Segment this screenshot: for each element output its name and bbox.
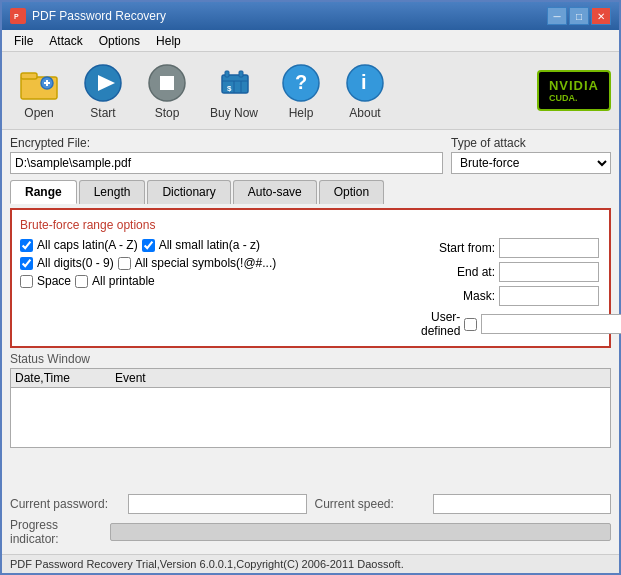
cb-digits[interactable] (20, 257, 33, 270)
encrypted-file-input[interactable] (10, 152, 443, 174)
mask-label: Mask: (421, 289, 495, 303)
password-row: Current password: Current speed: (10, 494, 611, 514)
open-icon (18, 62, 60, 104)
cb-row-2: All digits(0 - 9) All special symbols(!@… (20, 256, 405, 270)
menu-help[interactable]: Help (148, 32, 189, 50)
cuda-sub: CUDA. (549, 93, 599, 103)
current-password-value (128, 494, 307, 514)
maximize-button[interactable]: □ (569, 7, 589, 25)
menu-bar: File Attack Options Help (2, 30, 619, 52)
tab-content-range: Brute-force range options All caps latin… (10, 208, 611, 348)
svg-rect-10 (160, 76, 174, 90)
file-left: Encrypted File: (10, 136, 443, 174)
about-icon: i (344, 62, 386, 104)
help-button[interactable]: ? Help (272, 58, 330, 124)
cuda-nvidia: NVIDIA (549, 78, 599, 93)
about-button[interactable]: i About (336, 58, 394, 124)
start-label: Start (90, 106, 115, 120)
user-defined-label: User-defined (421, 310, 460, 338)
stop-icon (146, 62, 188, 104)
help-label: Help (289, 106, 314, 120)
minimize-button[interactable]: ─ (547, 7, 567, 25)
cb-small-latin[interactable] (142, 239, 155, 252)
col-datetime: Date,Time (15, 371, 115, 385)
cb-space[interactable] (20, 275, 33, 288)
svg-rect-3 (21, 73, 37, 79)
svg-text:$: $ (227, 84, 232, 93)
footer: PDF Password Recovery Trial,Version 6.0.… (2, 554, 619, 573)
mask-input[interactable] (499, 286, 599, 306)
status-table: Date,Time Event (10, 368, 611, 448)
encrypted-label: Encrypted File: (10, 136, 443, 150)
menu-file[interactable]: File (6, 32, 41, 50)
attack-type-select[interactable]: Brute-force Dictionary Mask (451, 152, 611, 174)
progress-row: Progress indicator: (10, 518, 611, 546)
section-title: Brute-force range options (20, 218, 601, 232)
current-speed-label: Current speed: (315, 497, 425, 511)
svg-rect-13 (239, 71, 243, 77)
menu-attack[interactable]: Attack (41, 32, 90, 50)
open-button[interactable]: Open (10, 58, 68, 124)
cb-row-1: All caps latin(A - Z) All small latin(a … (20, 238, 405, 252)
title-buttons: ─ □ ✕ (547, 7, 611, 25)
window-title: PDF Password Recovery (32, 9, 547, 23)
user-defined-cb[interactable] (464, 318, 477, 331)
start-icon (82, 62, 124, 104)
menu-options[interactable]: Options (91, 32, 148, 50)
bottom-section: Current password: Current speed: Progres… (2, 490, 619, 554)
tabs: Range Length Dictionary Auto-save Option (10, 180, 611, 204)
svg-text:?: ? (295, 71, 307, 93)
title-bar: P PDF Password Recovery ─ □ ✕ (2, 2, 619, 30)
cuda-badge: NVIDIA CUDA. (537, 70, 611, 111)
start-from-label: Start from: (421, 241, 495, 255)
toolbar: Open Start Stop (2, 52, 619, 130)
status-section: Status Window Date,Time Event Setting fo… (10, 352, 611, 484)
cb-digits-label: All digits(0 - 9) (37, 256, 114, 270)
tab-option[interactable]: Option (319, 180, 384, 204)
main-window: P PDF Password Recovery ─ □ ✕ File Attac… (0, 0, 621, 575)
cb-row-3: Space All printable (20, 274, 405, 288)
end-at-row: End at: (421, 262, 601, 282)
tab-dictionary[interactable]: Dictionary (147, 180, 230, 204)
mask-row: Mask: (421, 286, 601, 306)
cb-special[interactable] (118, 257, 131, 270)
stop-button[interactable]: Stop (138, 58, 196, 124)
buynow-label: Buy Now (210, 106, 258, 120)
file-row: Encrypted File: Type of attack Brute-for… (10, 136, 611, 174)
cart-icon: $ (213, 62, 255, 104)
start-from-input[interactable] (499, 238, 599, 258)
end-at-input[interactable] (499, 262, 599, 282)
tab-length[interactable]: Length (79, 180, 146, 204)
cb-caps-latin[interactable] (20, 239, 33, 252)
close-button[interactable]: ✕ (591, 7, 611, 25)
footer-text: PDF Password Recovery Trial,Version 6.0.… (10, 558, 404, 570)
buynow-button[interactable]: $ Buy Now (202, 58, 266, 124)
options-grid: All caps latin(A - Z) All small latin(a … (20, 238, 601, 338)
cb-printable-label: All printable (92, 274, 155, 288)
status-header: Date,Time Event (11, 369, 610, 388)
content-area: Encrypted File: Type of attack Brute-for… (2, 130, 619, 490)
user-defined-row: User-defined (421, 310, 601, 338)
tab-range[interactable]: Range (10, 180, 77, 204)
help-icon: ? (280, 62, 322, 104)
cb-printable[interactable] (75, 275, 88, 288)
start-from-row: Start from: (421, 238, 601, 258)
svg-text:P: P (14, 13, 19, 20)
start-button[interactable]: Start (74, 58, 132, 124)
app-icon: P (10, 8, 26, 24)
checkboxes-section: All caps latin(A - Z) All small latin(a … (20, 238, 405, 338)
current-speed-value (433, 494, 612, 514)
cb-caps-latin-label: All caps latin(A - Z) (37, 238, 138, 252)
range-fields-section: Start from: End at: Mask: User-defined (421, 238, 601, 338)
about-label: About (349, 106, 380, 120)
attack-type-label: Type of attack (451, 136, 611, 150)
col-event: Event (115, 371, 606, 385)
cb-special-label: All special symbols(!@#...) (135, 256, 277, 270)
svg-rect-11 (222, 75, 248, 93)
tab-autosave[interactable]: Auto-save (233, 180, 317, 204)
user-defined-input[interactable] (481, 314, 621, 334)
stop-label: Stop (155, 106, 180, 120)
progress-bar (110, 523, 611, 541)
progress-label: Progress indicator: (10, 518, 102, 546)
cb-space-label: Space (37, 274, 71, 288)
